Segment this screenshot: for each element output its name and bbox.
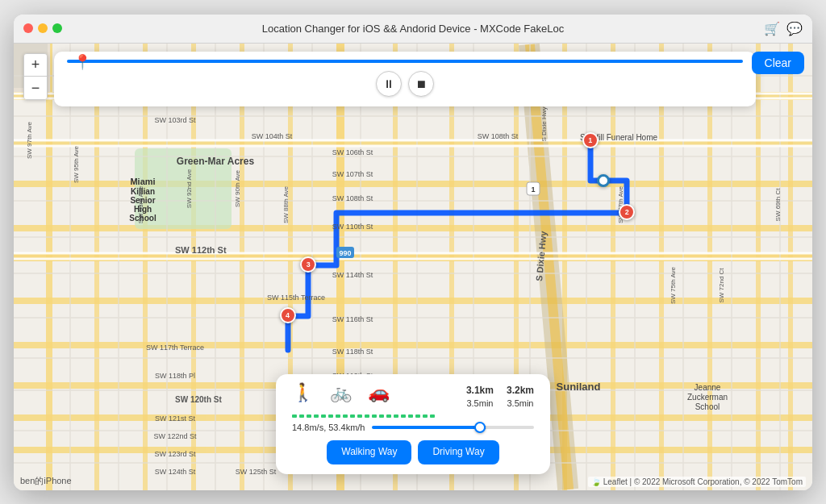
speed-display: 14.8m/s, 53.4km/h (292, 423, 365, 432)
bottom-panel: 🚶 🚲 🚗 3.1km 3.5min 3.2km 3.5min (276, 374, 550, 474)
distance-2-time: 3.5min (507, 398, 534, 410)
svg-text:SW 108th St: SW 108th St (478, 132, 519, 140)
waypoint-2: 2 (619, 204, 635, 220)
svg-text:SW 69th Ct: SW 69th Ct (774, 187, 782, 221)
current-position (597, 174, 610, 187)
svg-rect-22 (611, 44, 615, 490)
svg-text:1: 1 (531, 185, 535, 194)
svg-text:SW 106th St: SW 106th St (332, 148, 373, 156)
speed-slider-row: 14.8m/s, 53.4km/h (292, 423, 534, 432)
svg-text:SW 120th St: SW 120th St (175, 395, 222, 404)
maximize-button[interactable] (52, 23, 62, 33)
svg-text:SW 123rd St: SW 123rd St (154, 450, 196, 458)
zoom-controls: + − (23, 53, 48, 100)
svg-text:SW 75th Ave: SW 75th Ave (670, 266, 677, 304)
svg-rect-4 (14, 225, 812, 231)
svg-text:SW 72nd Ct: SW 72nd Ct (718, 267, 725, 302)
svg-text:SW 112th St: SW 112th St (175, 245, 227, 255)
distances: 3.1km 3.5min 3.2km 3.5min (466, 384, 534, 410)
titlebar: Location Changer for iOS && Andorid Devi… (14, 15, 812, 44)
titlebar-actions: 🛒 💬 (764, 21, 803, 36)
window-title: Location Changer for iOS && Andorid Devi… (262, 23, 564, 35)
svg-text:Jeanne: Jeanne (695, 383, 721, 392)
waypoint-1: 1 (582, 132, 599, 148)
traffic-lights (23, 23, 62, 33)
svg-rect-15 (240, 44, 244, 490)
svg-rect-13 (143, 44, 148, 490)
svg-text:SW 97th Ave: SW 97th Ave (26, 121, 33, 159)
svg-text:Suniland: Suniland (557, 381, 601, 393)
svg-text:SW 114th St: SW 114th St (332, 271, 373, 279)
cart-icon[interactable]: 🛒 (764, 21, 780, 36)
svg-text:SW 122nd St: SW 122nd St (153, 432, 197, 440)
walking-way-button[interactable]: Walking Way (327, 440, 411, 464)
svg-text:SW 104th St: SW 104th St (252, 132, 293, 140)
progress-pin: 📍 (73, 53, 91, 71)
stop-button[interactable]: ⏹ (408, 71, 434, 97)
svg-text:SW 116th St: SW 116th St (332, 315, 373, 323)
waypoint-3: 3 (300, 256, 316, 273)
pause-button[interactable]: ⏸ (376, 71, 402, 97)
svg-text:SW 107th St: SW 107th St (332, 170, 373, 178)
bike-icon[interactable]: 🚲 (330, 382, 352, 403)
map-container[interactable]: SW 102nd St SW 103rd St SW 104th St SW 1… (14, 44, 812, 490)
svg-text:School: School (129, 214, 156, 223)
svg-text:School: School (695, 402, 720, 411)
svg-text:SW 88th Ave: SW 88th Ave (282, 185, 290, 223)
svg-text:High: High (134, 205, 152, 214)
svg-rect-12 (94, 44, 99, 490)
svg-text:Senior: Senior (130, 196, 155, 205)
chat-icon[interactable]: 💬 (786, 21, 803, 36)
svg-text:SW 90th Ave: SW 90th Ave (234, 169, 241, 207)
speed-slider-thumb (474, 422, 486, 433)
waypoint-4: 4 (280, 307, 296, 323)
map-attribution: 🍃 Leaflet | © 2022 Microsoft Corporation… (588, 477, 806, 487)
svg-text:SW 118th Pl: SW 118th Pl (155, 372, 195, 380)
svg-rect-14 (191, 44, 196, 490)
transport-icons: 🚶 🚲 🚗 (292, 382, 466, 403)
route-controls: ⏸ ⏹ (67, 71, 743, 97)
way-buttons: Walking Way Driving Way (292, 440, 534, 464)
distance-2-value: 3.2km (507, 384, 534, 398)
minimize-button[interactable] (38, 23, 48, 33)
distance-2: 3.2km 3.5min (507, 384, 534, 410)
svg-rect-7 (14, 342, 812, 348)
svg-text:990: 990 (339, 249, 351, 257)
svg-rect-26 (788, 44, 793, 490)
svg-text:SW 125th St: SW 125th St (236, 468, 277, 476)
svg-text:S Dixie Hwy: S Dixie Hwy (540, 106, 548, 141)
progress-bar: 📍 (67, 60, 743, 63)
distance-1-time: 3.5min (466, 398, 494, 410)
svg-text:SW 110th St: SW 110th St (332, 223, 373, 231)
car-icon[interactable]: 🚗 (368, 382, 390, 403)
svg-text:SW 124th St: SW 124th St (155, 468, 196, 476)
route-panel: 📍 ⏸ ⏹ (54, 52, 756, 106)
svg-text:SW 118th St: SW 118th St (332, 348, 373, 356)
svg-text:Killian: Killian (131, 187, 155, 196)
svg-text:SW 115th Terrace: SW 115th Terrace (267, 294, 325, 302)
svg-rect-25 (756, 44, 761, 490)
distance-1-value: 3.1km (466, 384, 494, 398)
svg-text:Green-Mar Acres: Green-Mar Acres (177, 156, 255, 167)
speed-slider[interactable] (372, 426, 535, 429)
svg-rect-6 (14, 298, 812, 304)
svg-text:SW 92nd Ave: SW 92nd Ave (186, 169, 193, 208)
walk-icon[interactable]: 🚶 (292, 382, 314, 403)
svg-text:Zuckerman: Zuckerman (687, 393, 728, 402)
distance-1: 3.1km 3.5min (466, 384, 494, 410)
close-button[interactable] (23, 23, 33, 33)
svg-text:Miami: Miami (130, 177, 155, 186)
svg-text:SW 117th Terrace: SW 117th Terrace (146, 344, 204, 352)
svg-rect-23 (659, 44, 664, 490)
svg-text:SW 108th St: SW 108th St (332, 194, 373, 202)
app-window: Location Changer for iOS && Andorid Devi… (14, 15, 812, 490)
svg-text:SW 103rd St: SW 103rd St (154, 116, 196, 124)
zoom-in-button[interactable]: + (24, 54, 47, 77)
device-label: ben的iPhone (20, 475, 72, 487)
driving-way-button[interactable]: Driving Way (418, 440, 499, 464)
svg-text:SW 95th Ave: SW 95th Ave (73, 145, 80, 183)
svg-rect-24 (707, 44, 712, 490)
svg-rect-11 (46, 44, 52, 490)
clear-button[interactable]: Clear (752, 52, 804, 74)
zoom-out-button[interactable]: − (24, 77, 47, 99)
